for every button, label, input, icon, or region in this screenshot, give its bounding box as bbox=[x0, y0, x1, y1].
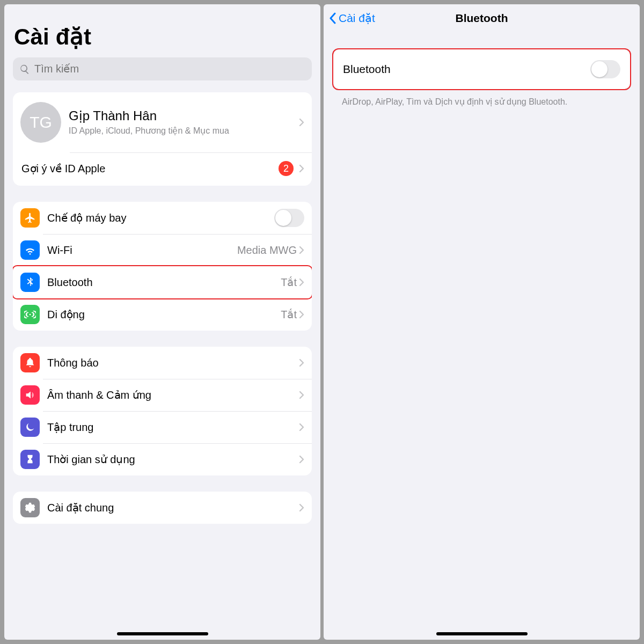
chevron-right-icon bbox=[299, 358, 304, 367]
screentime-row[interactable]: Thời gian sử dụng bbox=[13, 443, 312, 475]
hourglass-icon bbox=[20, 450, 40, 469]
cellular-row[interactable]: Di động Tắt bbox=[13, 298, 312, 331]
sounds-label: Âm thanh & Cảm ứng bbox=[47, 389, 299, 401]
bluetooth-row[interactable]: Bluetooth Tắt bbox=[13, 265, 312, 299]
chevron-right-icon bbox=[299, 455, 304, 464]
wifi-value: Media MWG bbox=[237, 244, 297, 257]
focus-row[interactable]: Tập trung bbox=[13, 411, 312, 443]
wifi-label: Wi-Fi bbox=[47, 244, 237, 257]
general-row[interactable]: Cài đặt chung bbox=[13, 492, 312, 524]
search-input[interactable] bbox=[34, 63, 305, 75]
wifi-icon bbox=[20, 240, 40, 260]
chevron-left-icon bbox=[329, 12, 336, 24]
settings-main-pane: Cài đặt TG Gịp Thành Hân ID Apple, iClou… bbox=[4, 4, 320, 640]
bell-icon bbox=[20, 353, 40, 372]
back-button[interactable]: Cài đặt bbox=[329, 12, 375, 25]
general-group: Cài đặt chung bbox=[13, 492, 312, 524]
home-indicator[interactable] bbox=[117, 632, 208, 635]
bluetooth-footer-text: AirDrop, AirPlay, Tìm và Dịch vụ định vị… bbox=[332, 90, 631, 113]
general-label: Cài đặt chung bbox=[47, 501, 299, 514]
chevron-right-icon bbox=[299, 423, 304, 431]
back-label: Cài đặt bbox=[339, 12, 375, 25]
alerts-group: Thông báo Âm thanh & Cảm ứng Tập trung bbox=[13, 347, 312, 475]
home-indicator[interactable] bbox=[436, 632, 528, 635]
bluetooth-detail-pane: Cài đặt Bluetooth Bluetooth AirDrop, Air… bbox=[324, 4, 640, 640]
bluetooth-label: Bluetooth bbox=[47, 276, 281, 289]
avatar: TG bbox=[20, 102, 61, 143]
airplane-mode-label: Chế độ máy bay bbox=[47, 211, 274, 224]
chevron-right-icon bbox=[299, 118, 304, 127]
notifications-label: Thông báo bbox=[47, 357, 299, 369]
cellular-label: Di động bbox=[47, 308, 281, 321]
chevron-right-icon bbox=[299, 391, 304, 399]
profile-subtitle: ID Apple, iCloud, Phương tiện & Mục mua bbox=[69, 126, 299, 137]
wifi-row[interactable]: Wi-Fi Media MWG bbox=[13, 234, 312, 266]
cellular-value: Tắt bbox=[281, 308, 297, 321]
bluetooth-toggle-card: Bluetooth bbox=[332, 48, 631, 90]
speaker-icon bbox=[20, 385, 40, 405]
cellular-icon bbox=[20, 305, 40, 324]
airplane-icon bbox=[20, 208, 40, 228]
notification-badge: 2 bbox=[279, 161, 294, 176]
airplane-mode-toggle[interactable] bbox=[274, 209, 304, 227]
moon-icon bbox=[20, 418, 40, 437]
chevron-right-icon bbox=[299, 310, 304, 319]
chevron-right-icon bbox=[299, 246, 304, 254]
profile-row[interactable]: TG Gịp Thành Hân ID Apple, iCloud, Phươn… bbox=[13, 92, 312, 152]
search-icon bbox=[19, 64, 30, 75]
profile-name: Gịp Thành Hân bbox=[69, 108, 299, 123]
chevron-right-icon bbox=[299, 278, 304, 287]
suggestion-label: Gợi ý về ID Apple bbox=[21, 162, 279, 175]
nav-bar: Cài đặt Bluetooth bbox=[324, 4, 640, 30]
bluetooth-toggle[interactable] bbox=[590, 60, 620, 78]
chevron-right-icon bbox=[299, 164, 304, 173]
search-field[interactable] bbox=[13, 57, 312, 80]
bluetooth-toggle-label: Bluetooth bbox=[343, 63, 590, 76]
focus-label: Tập trung bbox=[47, 421, 299, 434]
gear-icon bbox=[20, 498, 40, 517]
bluetooth-toggle-row[interactable]: Bluetooth bbox=[333, 49, 630, 89]
chevron-right-icon bbox=[299, 503, 304, 512]
apple-id-suggestion-row[interactable]: Gợi ý về ID Apple 2 bbox=[13, 152, 312, 186]
airplane-mode-row[interactable]: Chế độ máy bay bbox=[13, 202, 312, 234]
sounds-row[interactable]: Âm thanh & Cảm ứng bbox=[13, 379, 312, 411]
apple-id-card: TG Gịp Thành Hân ID Apple, iCloud, Phươn… bbox=[13, 92, 312, 186]
connectivity-group: Chế độ máy bay Wi-Fi Media MWG Bluetooth… bbox=[13, 202, 312, 331]
screentime-label: Thời gian sử dụng bbox=[47, 453, 299, 466]
bluetooth-icon bbox=[20, 273, 40, 292]
page-title: Cài đặt bbox=[14, 24, 312, 50]
bluetooth-value: Tắt bbox=[281, 276, 297, 289]
notifications-row[interactable]: Thông báo bbox=[13, 347, 312, 379]
